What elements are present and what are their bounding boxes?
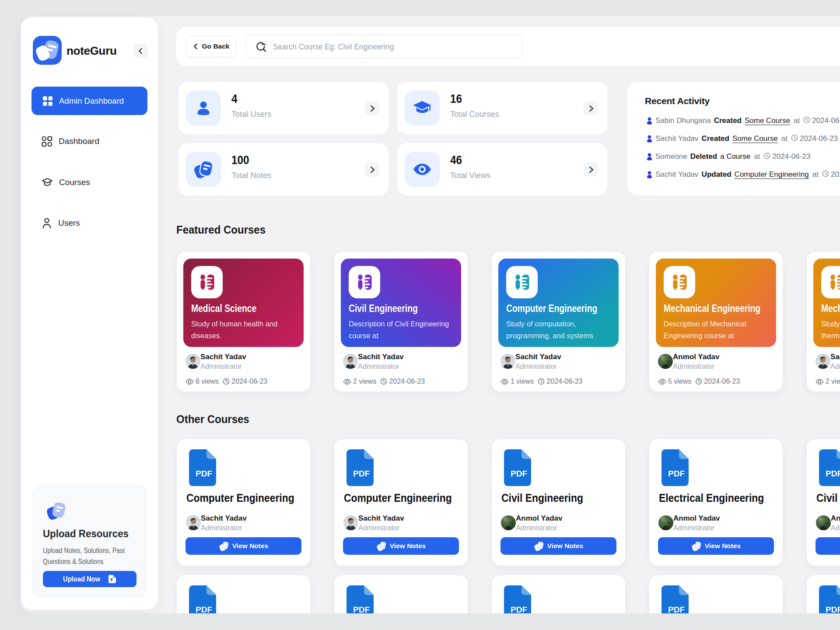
svg-text:PDF: PDF [196, 469, 212, 478]
svg-text:PDF: PDF [826, 605, 840, 614]
svg-text:PDF: PDF [826, 469, 840, 478]
svg-text:PDF: PDF [196, 605, 212, 614]
svg-text:PDF: PDF [668, 469, 685, 478]
svg-text:PDF: PDF [668, 605, 685, 614]
svg-text:PDF: PDF [353, 605, 370, 614]
svg-text:PDF: PDF [511, 605, 527, 614]
svg-text:PDF: PDF [353, 469, 370, 478]
svg-text:PDF: PDF [511, 469, 527, 478]
